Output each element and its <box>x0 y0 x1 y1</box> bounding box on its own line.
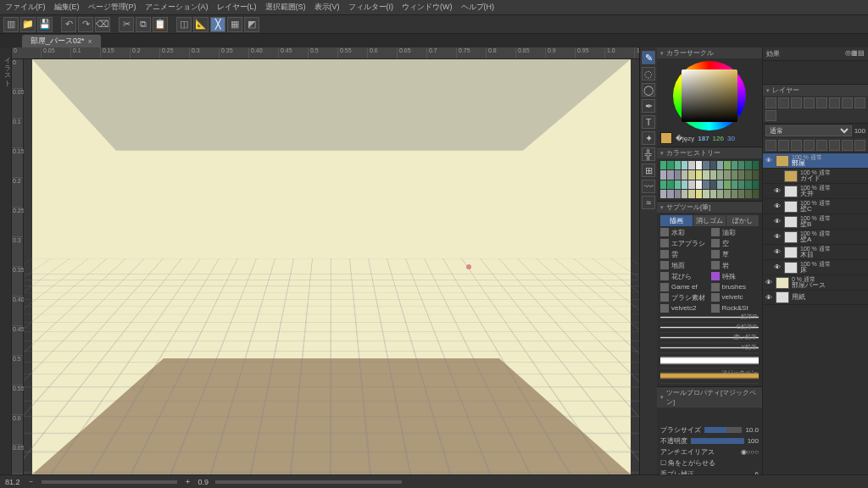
subtool-item[interactable]: 花びら <box>671 272 709 281</box>
layer-row[interactable]: 👁100 % 通常壁A <box>763 230 868 245</box>
effects-icons[interactable]: ◎▦▤ <box>845 49 865 58</box>
subtool-item[interactable]: 草 <box>722 250 760 259</box>
subtool-icon[interactable] <box>660 283 669 291</box>
clear-button[interactable]: ⌫ <box>95 17 110 32</box>
subtool-icon[interactable] <box>711 272 720 280</box>
subtool-icon[interactable] <box>711 261 720 269</box>
layer-tool-icon[interactable] <box>829 140 840 151</box>
timeline-slider[interactable] <box>215 480 402 484</box>
layer-tool-icon[interactable] <box>816 140 827 151</box>
layer-tool-icon[interactable] <box>842 140 853 151</box>
color-history-header[interactable]: カラーヒストリー <box>657 147 762 158</box>
snap-grid-button[interactable]: ▦ <box>227 17 242 32</box>
layer-panel-header[interactable]: レイヤー <box>763 85 868 96</box>
layer-row[interactable]: 👁100 % 通常壁C <box>763 199 868 214</box>
undo-button[interactable]: ↶ <box>61 17 76 32</box>
subtool-item[interactable]: 地面 <box>671 261 709 270</box>
ruler-button[interactable]: 📐 <box>193 17 209 32</box>
layer-tool-icon[interactable] <box>765 140 776 151</box>
layer-tool-icon[interactable] <box>791 97 802 108</box>
subtool-icon[interactable] <box>711 239 720 247</box>
menu-view[interactable]: 表示(V) <box>314 2 340 13</box>
layer-tool-icon[interactable] <box>765 97 776 108</box>
effects-panel-header[interactable]: 効果 ◎▦▤ <box>763 47 868 61</box>
subtool-item[interactable]: 空 <box>722 239 760 248</box>
tool-blur[interactable]: ◌ <box>642 67 655 80</box>
timeline-value[interactable]: 0.9 <box>198 478 209 486</box>
brush-size-slider[interactable] <box>704 427 742 433</box>
snap-perspective-button[interactable]: ╳ <box>210 17 225 32</box>
subtool-icon[interactable] <box>711 304 720 313</box>
subtool-tab-blur[interactable]: ぼかし <box>726 215 759 226</box>
blend-mode-select[interactable]: 通常 <box>765 125 852 136</box>
color-circle-header[interactable]: カラーサークル <box>657 47 762 58</box>
menu-edit[interactable]: 編集(E) <box>54 2 80 13</box>
brush-stroke-item[interactable]: 鉛筆R <box>660 313 759 323</box>
layer-row[interactable]: 👁100 % 通常床 <box>763 260 868 275</box>
zoom-slider[interactable] <box>42 480 177 484</box>
close-tab-icon[interactable]: × <box>88 37 92 46</box>
layer-visibility-icon[interactable]: 👁 <box>773 233 782 241</box>
viewport[interactable] <box>24 59 639 474</box>
menu-filter[interactable]: フィルター(I) <box>348 2 394 13</box>
canvas-paper[interactable] <box>32 59 631 474</box>
subtool-item[interactable]: 水彩 <box>671 228 709 237</box>
subtool-icon[interactable] <box>660 304 669 313</box>
layer-row[interactable]: 👁100 % 通常木目 <box>763 245 868 260</box>
layer-tool-icon[interactable] <box>778 140 789 151</box>
zoom-out-icon[interactable]: － <box>27 476 35 487</box>
subtool-item[interactable]: 岩 <box>722 261 760 270</box>
color-wheel[interactable] <box>673 61 746 130</box>
brush-stroke-item[interactable] <box>660 353 759 369</box>
layer-tool-icon[interactable] <box>765 110 776 121</box>
redo-button[interactable]: ↷ <box>78 17 93 32</box>
subtool-item[interactable]: 油彩 <box>722 228 760 237</box>
subtool-tab-erase[interactable]: 消しゴム <box>693 215 726 226</box>
subtool-icon[interactable] <box>660 293 669 302</box>
layer-tool-icon[interactable] <box>791 140 802 151</box>
layer-visibility-icon[interactable]: 👁 <box>773 263 782 271</box>
tool-pen[interactable]: ✎ <box>642 51 655 64</box>
opacity-value[interactable]: 100 <box>748 437 759 445</box>
layer-row[interactable]: 👁0 % 通常部屋パース <box>763 275 868 291</box>
layer-tool-icon[interactable] <box>804 97 815 108</box>
subtool-icon[interactable] <box>711 250 720 258</box>
subtool-icon[interactable] <box>711 228 720 236</box>
layer-tool-icon[interactable] <box>854 140 865 151</box>
layer-row[interactable]: 👁100 % 通常部屋 <box>763 153 868 169</box>
opacity-slider[interactable] <box>691 438 744 444</box>
layer-tool-icon[interactable] <box>842 97 853 108</box>
zoom-in-icon[interactable]: ＋ <box>184 476 192 487</box>
foreground-color-chip[interactable] <box>660 132 672 144</box>
subtool-item[interactable]: brushes <box>722 283 760 291</box>
open-file-button[interactable]: 📁 <box>20 17 36 32</box>
menu-animation[interactable]: アニメーション(A) <box>145 2 209 13</box>
cut-button[interactable]: ✂ <box>119 17 134 32</box>
subtool-item[interactable]: Rock&St <box>722 304 760 313</box>
menu-help[interactable]: ヘルプ(H) <box>461 2 495 13</box>
layer-tool-icon[interactable] <box>829 97 840 108</box>
brush-stroke-item[interactable]: 濃い鉛筆 <box>660 333 759 343</box>
layer-visibility-icon[interactable]: 👁 <box>773 187 782 195</box>
document-tab[interactable]: 部屋_パース02* × <box>22 35 101 47</box>
color-history-swatches[interactable] <box>660 161 759 198</box>
tool-brush[interactable]: ✒ <box>642 99 655 113</box>
paste-button[interactable]: 📋 <box>153 17 168 32</box>
subtool-item[interactable]: 雲 <box>671 250 709 259</box>
antialias-options[interactable]: ◉○○○ <box>741 448 760 456</box>
layer-tool-icon[interactable] <box>854 97 865 108</box>
copy-button[interactable]: ⧉ <box>136 17 151 32</box>
brush-stroke-selected[interactable]: マジックペン <box>660 369 759 384</box>
tool-property-header[interactable]: ツールプロパティ[マジックペン] <box>657 387 762 408</box>
layer-visibility-icon[interactable]: 👁 <box>773 218 782 225</box>
layer-visibility-icon[interactable]: 👁 <box>765 294 773 302</box>
tool-ruler[interactable]: ╬ <box>642 147 655 161</box>
tool-frame[interactable]: ⊞ <box>642 164 655 177</box>
layer-opacity-value[interactable]: 100 <box>854 127 865 135</box>
new-file-button[interactable]: ▥ <box>3 17 19 32</box>
brush-stroke-item[interactable]: G鉛筆R <box>660 323 759 333</box>
layer-row[interactable]: 👁100 % 通常天井 <box>763 184 868 199</box>
layer-tool-icon[interactable] <box>778 97 789 108</box>
subtool-item[interactable]: ブラシ素材 <box>671 293 709 302</box>
left-dock-strip[interactable]: イラスト <box>0 47 12 474</box>
